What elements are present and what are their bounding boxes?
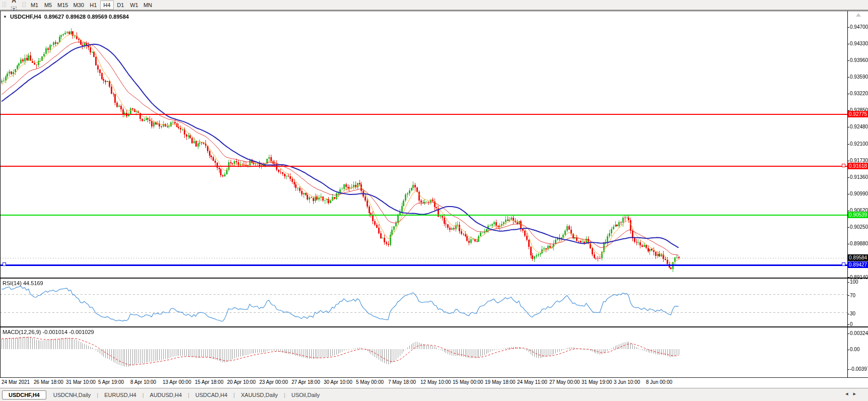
time-label: 30 Apr 10:00 [324, 379, 352, 385]
tab-usdchf[interactable]: USDCHF,H4 [2, 390, 46, 399]
time-label: 20 Apr 10:00 [227, 379, 256, 385]
line-handle[interactable] [3, 262, 6, 266]
price-tick-label: 0.90990 [850, 191, 868, 196]
price-tick-label: 0.93960 [850, 57, 868, 63]
price-tick-label: 0.89880 [850, 241, 868, 246]
macd-tick-label: -0.00397 [850, 366, 868, 372]
macd-panel: MACD(12,26,9) -0.001014 -0.001029 [0, 327, 868, 377]
toolbar-grip-2[interactable] [22, 2, 26, 8]
tab-xauusd[interactable]: XAUUSD,Daily [236, 390, 282, 399]
timeframe-h1[interactable]: H1 [87, 1, 100, 10]
mt4-window: FAT▴▾▾ M1M5M15M30H1H4D1W1MN ▼ USDCHF,H4 … [0, 0, 868, 401]
timeframe-h4[interactable]: H4 [100, 1, 114, 10]
time-label: 27 May 00:00 [549, 379, 580, 385]
chart-tab-bar: USDCHF,H4USDCNH,Daily|EURUSD,H4|AUDUSD,H… [0, 388, 868, 401]
time-label: 7 May 18:00 [388, 379, 416, 385]
macd-tick-label: 0.00 [850, 347, 859, 352]
text-icon-button[interactable]: A [8, 0, 20, 5]
time-label: 15 May 00:00 [453, 379, 483, 385]
rsi-tick-label: 30 [850, 311, 855, 316]
symbol-dropdown-icon[interactable]: ▼ [3, 15, 7, 19]
tab-scroll-arrows[interactable]: ◂▸ [845, 390, 861, 397]
tab-separator: | [283, 392, 286, 398]
hline-label: 0.91618 [848, 163, 868, 169]
timeframe-m5[interactable]: M5 [41, 1, 55, 10]
timeframe-m1[interactable]: M1 [28, 1, 41, 10]
price-tick-label: 0.94700 [850, 24, 868, 30]
tab-usdcnh[interactable]: USDCNH,Daily [48, 390, 96, 399]
macd-tick-label: 0.003241 [850, 330, 868, 336]
time-label: 12 May 10:00 [420, 379, 451, 385]
rsi-panel: RSI(14) 44.5169 [0, 279, 868, 326]
price-tick-label: 0.93590 [850, 74, 868, 80]
chart-symbol: USDCHF,H4 [10, 14, 41, 20]
price-tick-label: 0.92100 [850, 141, 868, 147]
timeframe-d1[interactable]: D1 [114, 1, 127, 10]
line-handle[interactable] [842, 262, 845, 266]
tab-usoil[interactable]: USOil,Daily [286, 390, 325, 399]
time-label: 31 Mar 10:00 [66, 379, 96, 385]
rsi-tick-label: 70 [850, 293, 855, 298]
hline-label: 0.89427 [848, 261, 868, 268]
tab-separator: | [141, 392, 145, 398]
hline-label: 0.90539 [848, 212, 868, 218]
time-label: 8 Jun 00:00 [646, 379, 672, 385]
text-icon: A [12, 0, 16, 4]
tab-audusd[interactable]: AUDUSD,H4 [145, 390, 187, 399]
rsi-label: RSI(14) 44.5169 [3, 280, 43, 286]
price-tick-label: 0.91360 [850, 174, 868, 180]
macd-label: MACD(12,26,9) -0.001014 -0.001029 [3, 329, 94, 335]
time-label: 23 Apr 00:00 [259, 379, 288, 385]
chart-title: ▼ USDCHF,H4 0.89627 0.89628 0.89569 0.89… [3, 14, 129, 20]
chart-left-border [0, 11, 1, 378]
tab-separator: | [233, 392, 236, 398]
tab-eurusd[interactable]: EURUSD,H4 [99, 390, 141, 399]
price-tick-label: 0.93220 [850, 91, 868, 96]
scroll-to-end-icon[interactable] [856, 13, 861, 17]
time-label: 3 Jun 10:00 [614, 379, 640, 385]
time-label: 24 May 11:00 [517, 379, 547, 385]
time-label: 5 Apr 19:00 [98, 379, 124, 385]
hline-label: 0.92775 [848, 111, 868, 117]
time-label: 19 May 18:00 [485, 379, 516, 385]
tab-separator: | [96, 392, 99, 398]
time-label: 13 Apr 00:00 [163, 379, 191, 385]
tab-usdcad[interactable]: USDCAD,H4 [190, 390, 233, 399]
timeframe-mn[interactable]: MN [141, 1, 155, 10]
price-tick-label: 0.94330 [850, 41, 868, 46]
current-price-label: 0.89584 [848, 254, 868, 261]
price-tick-label: 0.92480 [850, 124, 868, 129]
price-tick-label: 0.90250 [850, 224, 868, 230]
time-label: 27 Apr 18:00 [292, 379, 320, 385]
timeframe-m15[interactable]: M15 [55, 1, 70, 10]
rsi-tick-label: 0 [850, 321, 853, 327]
rsi-canvas[interactable] [0, 279, 847, 326]
macd-canvas[interactable] [0, 327, 847, 377]
time-axis[interactable]: 24 Mar 202126 Mar 18:0031 Mar 10:005 Apr… [0, 378, 868, 388]
timeframe-w1[interactable]: W1 [127, 1, 141, 10]
time-label: 24 Mar 2021 [2, 379, 30, 385]
line-handle[interactable] [842, 164, 845, 167]
toolbar: FAT▴▾▾ M1M5M15M30H1H4D1W1MN [0, 0, 868, 10]
main-chart-panel: ▼ USDCHF,H4 0.89627 0.89628 0.89569 0.89… [0, 11, 868, 278]
time-label: 26 Mar 18:00 [34, 379, 63, 385]
toolbar-grip[interactable] [2, 2, 6, 8]
tab-separator: | [187, 392, 190, 398]
rsi-tick-label: 100 [850, 279, 858, 285]
time-label: 31 May 19:00 [582, 379, 612, 385]
time-label: 15 Apr 18:00 [195, 379, 224, 385]
time-label: 8 Apr 10:00 [130, 379, 156, 385]
timeframe-m30[interactable]: M30 [70, 1, 86, 10]
main-chart-canvas[interactable] [0, 11, 847, 278]
time-label: 5 May 00:00 [356, 379, 384, 385]
chart-ohlc: 0.89627 0.89628 0.89569 0.89584 [44, 14, 129, 20]
